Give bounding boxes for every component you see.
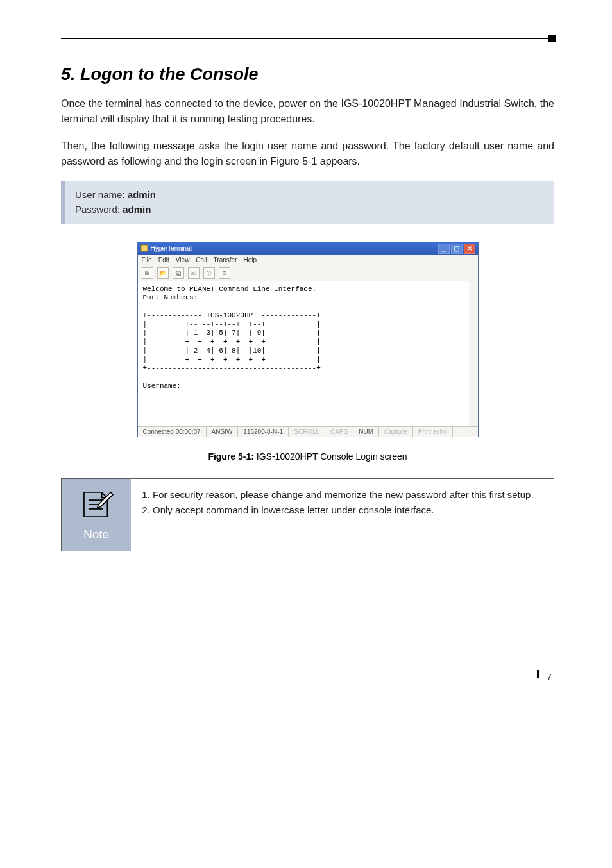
note-item-1: For security reason, please change and m… (153, 488, 542, 503)
credentials-box: User name: admin Password: admin (61, 181, 554, 224)
window-title: HyperTerminal (151, 245, 192, 252)
menu-bar: File Edit View Call Transfer Help (138, 255, 478, 265)
header-rule (61, 38, 554, 39)
page-title: 5. Logon to the Console (61, 65, 554, 85)
close-button[interactable]: ✕ (464, 244, 475, 254)
toolbar: 🗎 📂 🖾 ☏ ✆ ⚙ (138, 265, 478, 281)
hyperterminal-window: HyperTerminal _ ▢ ✕ File Edit View Call … (137, 242, 479, 437)
note-content: For security reason, please change and m… (131, 479, 554, 551)
open-icon[interactable]: 📂 (157, 267, 169, 279)
status-scroll: SCROLL (289, 427, 325, 437)
page-footer: 7 (61, 673, 554, 689)
window-titlebar: HyperTerminal _ ▢ ✕ (138, 242, 478, 255)
minimize-button[interactable]: _ (438, 244, 450, 254)
paragraph-2: Then, the following message asks the log… (61, 138, 554, 169)
figure-number: Figure 5-1: (208, 451, 254, 462)
call-icon[interactable]: ☏ (188, 267, 200, 279)
status-echo: Print echo (413, 427, 453, 437)
status-num: NUM (353, 427, 379, 437)
status-caps: CAPS (325, 427, 353, 437)
svg-rect-0 (141, 245, 148, 251)
menu-help[interactable]: Help (243, 256, 257, 263)
cred-pass-label: Password: (75, 204, 123, 215)
app-icon (140, 244, 148, 253)
note-item-2: Only accept command in lowercase letter … (153, 503, 542, 518)
menu-file[interactable]: File (142, 256, 152, 263)
hangup-icon[interactable]: ✆ (203, 267, 215, 279)
menu-call[interactable]: Call (196, 256, 207, 263)
status-rate: 115200-8-N-1 (238, 427, 289, 437)
menu-transfer[interactable]: Transfer (214, 256, 237, 263)
header-square-icon (548, 35, 556, 42)
properties-icon[interactable]: ⚙ (219, 267, 230, 279)
cred-password-line: Password: admin (75, 202, 544, 217)
terminal-output: Welcome to PLANET Command Line Interface… (138, 281, 478, 426)
status-conn: Connected 00:00:07 (138, 427, 207, 437)
figure-caption: Figure 5-1: IGS-10020HPT Console Login s… (61, 451, 554, 462)
new-doc-icon[interactable]: 🗎 (142, 267, 153, 279)
cred-username-line: User name: admin (75, 187, 544, 202)
figure-text: IGS-10020HPT Console Login screen (254, 451, 407, 462)
paragraph-1: Once the terminal has connected to the d… (61, 96, 554, 127)
status-termtype: ANSIW (207, 427, 239, 437)
note-box: Note For security reason, please change … (61, 478, 554, 551)
footer-bar-icon (537, 670, 539, 678)
cred-user-value: admin (128, 189, 156, 200)
note-label: Note (83, 528, 109, 542)
menu-view[interactable]: View (176, 256, 190, 263)
status-bar: Connected 00:00:07 ANSIW 115200-8-N-1 SC… (138, 426, 478, 437)
maximize-button[interactable]: ▢ (451, 244, 463, 254)
cred-pass-value: admin (123, 204, 151, 215)
status-capture: Capture (379, 427, 413, 437)
page-number: 7 (547, 672, 552, 682)
menu-edit[interactable]: Edit (158, 256, 169, 263)
note-left-panel: Note (62, 479, 131, 551)
paste-icon[interactable]: 🖾 (173, 267, 184, 279)
note-icon (78, 488, 114, 524)
cred-user-label: User name: (75, 189, 128, 200)
